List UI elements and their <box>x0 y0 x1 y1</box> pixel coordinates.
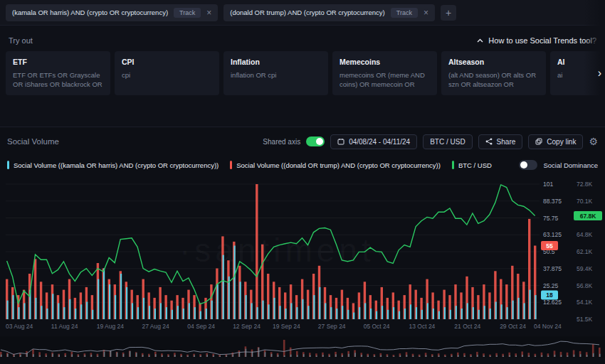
watermark: ·santiment· <box>179 232 390 269</box>
svg-text:88.375: 88.375 <box>543 198 562 205</box>
tryout-label: Try out <box>9 36 33 45</box>
chevron-up-icon <box>477 38 483 43</box>
share-button[interactable]: Share <box>478 134 523 149</box>
suggestion-cards: ETF ETF OR ETFs OR Grayscale OR iShares … <box>6 51 605 95</box>
svg-text:64.8K: 64.8K <box>577 231 593 238</box>
svg-text:59.4K: 59.4K <box>577 265 593 272</box>
svg-text:54.1K: 54.1K <box>577 299 593 306</box>
panel-title: Social Volume <box>7 137 59 146</box>
card-query: ETF OR ETFs OR Grayscale OR iShares OR b… <box>13 70 103 90</box>
shared-axis-label: Shared axis <box>263 138 300 146</box>
x-axis-label: 03 Aug 24 <box>6 323 33 330</box>
svg-text:18: 18 <box>546 291 553 299</box>
legend-row: Social Volume ((kamala OR harris) AND (c… <box>0 156 605 174</box>
svg-text:101: 101 <box>543 181 553 188</box>
social-dominance-label: Social Dominance <box>543 161 598 169</box>
toggle-knob <box>316 138 323 145</box>
card-title: Altseason <box>448 58 539 66</box>
x-axis-label: 05 Oct 24 <box>364 323 390 330</box>
suggestion-card-ai[interactable]: AI ai <box>550 51 605 95</box>
toggle-knob <box>520 161 527 168</box>
series-marker-green <box>452 161 454 169</box>
series-marker-cyan <box>7 161 9 169</box>
x-axis-label: 04 Nov 24 <box>534 323 562 330</box>
panel-header: Social Volume Shared axis 04/08/24 - 04/… <box>0 127 605 156</box>
price-axis-labels: 72.8K70.1K67.4K64.8K62.1K59.4K56.8K54.1K… <box>577 181 593 322</box>
suggestion-card-inflation[interactable]: Inflation inflation OR cpi <box>223 51 328 95</box>
svg-text:37.875: 37.875 <box>543 265 562 272</box>
query-topbar: (kamala OR harris) AND (crypto OR crypto… <box>0 0 605 26</box>
legend-label: Social Volume ((donald OR trump) AND (cr… <box>236 161 441 169</box>
x-axis-label: 11 Aug 24 <box>51 323 78 330</box>
svg-text:25.25: 25.25 <box>543 282 559 289</box>
social-dominance-toggle[interactable] <box>519 160 537 170</box>
svg-text:75.75: 75.75 <box>543 215 559 222</box>
query-text: (donald OR trump) AND (crypto OR cryptoc… <box>230 9 385 16</box>
x-axis-label: 04 Sep 24 <box>187 323 215 330</box>
svg-text:63.125: 63.125 <box>543 231 562 238</box>
track-button[interactable]: Track <box>391 8 418 18</box>
card-title: Inflation <box>231 58 321 66</box>
share-label: Share <box>497 138 516 146</box>
card-title: Memecoins <box>340 58 430 66</box>
svg-text:56.8K: 56.8K <box>577 282 593 289</box>
help-link-label: How to use Social Trends tool? <box>488 36 596 45</box>
svg-text:51.5K: 51.5K <box>577 316 593 322</box>
x-axis-label: 27 Sep 24 <box>318 323 346 330</box>
tryout-row: Try out How to use Social Trends tool? <box>0 34 605 47</box>
date-range-label: 04/08/24 - 04/11/24 <box>349 138 410 146</box>
header-controls: Shared axis 04/08/24 - 04/11/24 BTC / US… <box>263 134 598 149</box>
x-axis-label: 19 Sep 24 <box>273 323 300 330</box>
suggestion-card-cpi[interactable]: CPI cpi <box>115 51 219 95</box>
x-axis-label: 21 Oct 24 <box>454 323 480 330</box>
chart-area: ·santiment·10188.37575.7563.12550.537.87… <box>0 180 605 358</box>
card-title: CPI <box>122 58 212 66</box>
query-chip-kamala[interactable]: (kamala OR harris) AND (crypto OR crypto… <box>6 4 218 21</box>
svg-text:62.1K: 62.1K <box>577 248 593 255</box>
card-query: inflation OR cpi <box>231 70 321 80</box>
suggestion-card-etf[interactable]: ETF ETF OR ETFs OR Grayscale OR iShares … <box>6 51 110 95</box>
shared-axis-toggle[interactable] <box>306 136 325 146</box>
x-axis-label: 19 Aug 24 <box>97 323 124 330</box>
series-marker-red <box>230 161 232 169</box>
card-title: AI <box>557 58 605 66</box>
copy-link-button[interactable]: Copy link <box>528 134 583 149</box>
kamala-current-value-badge: 18 <box>541 291 558 300</box>
legend-item-trump[interactable]: Social Volume ((donald OR trump) AND (cr… <box>230 161 441 169</box>
help-link[interactable]: How to use Social Trends tool? <box>477 36 596 45</box>
card-title: ETF <box>13 58 103 66</box>
x-axis-label: 12 Sep 24 <box>233 323 261 330</box>
track-button[interactable]: Track <box>174 8 201 18</box>
social-trends-app: (kamala OR harris) AND (crypto OR crypto… <box>0 0 605 364</box>
x-axis-label: 29 Oct 24 <box>500 323 526 330</box>
social-dominance-control: Social Dominance <box>519 160 598 170</box>
legend: Social Volume ((kamala OR harris) AND (c… <box>7 161 492 169</box>
close-icon[interactable]: × <box>424 9 428 17</box>
chart-navigator[interactable] <box>0 336 605 358</box>
social-volume-panel: Social Volume Shared axis 04/08/24 - 04/… <box>0 127 605 364</box>
card-query: memecoins OR (meme AND coins) OR memecoi… <box>340 70 430 90</box>
x-axis-label: 13 Oct 24 <box>409 323 435 330</box>
x-axis-label: 27 Aug 24 <box>142 323 169 330</box>
share-icon <box>485 138 493 145</box>
suggestion-card-memecoins[interactable]: Memecoins memecoins OR (meme AND coins) … <box>332 51 437 95</box>
legend-item-kamala[interactable]: Social Volume ((kamala OR harris) AND (c… <box>7 161 219 169</box>
copy-link-label: Copy link <box>547 138 576 146</box>
gear-icon[interactable]: ⚙ <box>589 136 598 147</box>
date-range-picker[interactable]: 04/08/24 - 04/11/24 <box>330 134 417 149</box>
suggestion-card-altseason[interactable]: Altseason (alt AND season) OR alts OR sz… <box>441 51 546 95</box>
asset-pair-select[interactable]: BTC / USD <box>423 134 472 149</box>
close-icon[interactable]: × <box>206 9 211 17</box>
add-query-button[interactable]: + <box>441 5 456 21</box>
svg-text:72.8K: 72.8K <box>577 181 593 188</box>
trump-current-value-badge: 55 <box>541 241 558 250</box>
svg-text:67.8K: 67.8K <box>580 213 597 220</box>
card-query: (alt AND season) OR alts OR szn OR altse… <box>448 70 539 90</box>
chart-canvas[interactable]: ·santiment·10188.37575.7563.12550.537.87… <box>0 180 605 322</box>
copy-icon <box>535 138 542 145</box>
legend-item-btc[interactable]: BTC / USD <box>452 161 492 169</box>
svg-text:70.1K: 70.1K <box>577 198 593 205</box>
query-chip-trump[interactable]: (donald OR trump) AND (crypto OR cryptoc… <box>223 4 435 21</box>
chevron-right-icon[interactable]: › <box>598 67 601 80</box>
svg-text:12.625: 12.625 <box>543 299 562 306</box>
